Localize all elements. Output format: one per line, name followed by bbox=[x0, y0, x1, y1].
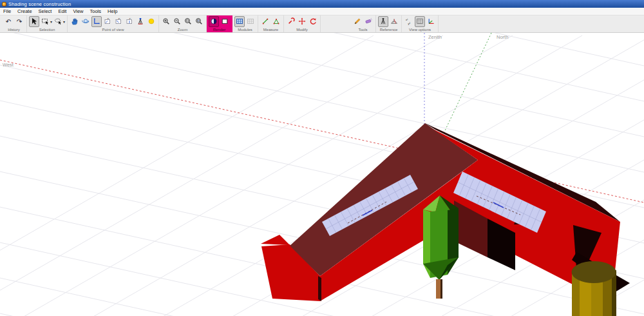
svg-text:y²: y² bbox=[408, 21, 411, 25]
toolbar-group-reference: Reference bbox=[376, 15, 402, 32]
toolbar-group-modify: Modify bbox=[284, 15, 321, 32]
move-cross-icon bbox=[298, 17, 306, 26]
menu-tools[interactable]: Tools bbox=[87, 8, 105, 14]
pan-button[interactable] bbox=[70, 16, 80, 27]
app-icon bbox=[2, 2, 6, 6]
toolbar-group-history: ↶↷History bbox=[1, 15, 27, 32]
zoom-extents-icon bbox=[195, 17, 203, 26]
sun-view-button[interactable] bbox=[146, 16, 156, 27]
zoom-in-button[interactable] bbox=[161, 16, 171, 27]
draw-tool-button[interactable] bbox=[352, 16, 363, 27]
menu-select[interactable]: Select bbox=[35, 8, 55, 14]
toolbar-group-label: Measure bbox=[263, 27, 278, 32]
menu-file[interactable]: File bbox=[0, 8, 14, 14]
view-face3-icon: zˣ bbox=[126, 17, 133, 26]
undo-icon: ↶ bbox=[6, 19, 11, 25]
redo-icon: ↷ bbox=[17, 19, 22, 25]
measure-angle-button[interactable] bbox=[271, 16, 281, 27]
north-axis-label: North bbox=[497, 34, 508, 40]
grid-line bbox=[0, 33, 644, 172]
rotate-object-button[interactable] bbox=[308, 16, 318, 27]
render-wireframe-button[interactable] bbox=[220, 16, 230, 27]
undo-button[interactable]: ↶ bbox=[3, 16, 14, 27]
toolbar-group-label: History bbox=[8, 27, 20, 32]
erase-tool-button[interactable] bbox=[363, 16, 374, 27]
window-title: Shading scene construction bbox=[8, 1, 71, 7]
left-far-roof-slope[interactable] bbox=[261, 235, 290, 245]
lasso-select-button-dropdown[interactable]: ▾ bbox=[63, 19, 65, 24]
menu-help[interactable]: Help bbox=[104, 8, 120, 14]
move-object-button[interactable] bbox=[297, 16, 307, 27]
zoom-window-icon bbox=[184, 17, 192, 26]
zoom-out-button[interactable] bbox=[172, 16, 182, 27]
zenith-axis-label: Zenith bbox=[428, 34, 442, 40]
tree-trunk-shadow bbox=[440, 279, 442, 299]
shaded-sphere-icon bbox=[210, 17, 218, 26]
svg-text:x¹: x¹ bbox=[406, 18, 408, 21]
toolbar-group-tools: Tools bbox=[350, 15, 376, 32]
toolbar-group-label: Tools bbox=[359, 27, 368, 32]
toolbar-group-label: Zoom bbox=[178, 27, 187, 32]
toolbar-group-view-options: x¹y²View options bbox=[402, 15, 439, 32]
view-face2-icon: zʸ bbox=[115, 17, 122, 26]
select-arrow-button[interactable] bbox=[29, 16, 39, 27]
grid-toggle-button[interactable] bbox=[415, 16, 425, 27]
zoom-in-icon bbox=[162, 17, 170, 26]
measure-line-icon bbox=[261, 17, 269, 26]
toolbar-group-modules: Modules bbox=[232, 15, 258, 32]
view-face-icon: xʸ bbox=[104, 17, 111, 26]
world-axes: West Zenith North bbox=[0, 33, 644, 202]
menu-edit[interactable]: Edit bbox=[55, 8, 70, 14]
xy-coords-icon: x¹y² bbox=[405, 17, 413, 26]
scene-3d[interactable]: West Zenith North bbox=[0, 33, 644, 316]
left-corner-shadow bbox=[318, 276, 321, 301]
toolbar-group-render: Render bbox=[207, 15, 232, 32]
reference-point-button[interactable] bbox=[378, 16, 388, 27]
modules-show-button[interactable] bbox=[234, 16, 245, 27]
wrench-icon bbox=[287, 17, 295, 26]
modify-object-button[interactable] bbox=[286, 16, 296, 27]
menu-bar: FileCreateSelectEditViewToolsHelp bbox=[0, 8, 644, 15]
redo-button[interactable]: ↷ bbox=[14, 16, 24, 27]
toolbar-group-measure: Measure bbox=[258, 15, 284, 32]
toolbar-group-label: Render bbox=[213, 27, 226, 32]
view-top-button[interactable]: xʸ bbox=[102, 16, 113, 27]
axes-view-button[interactable] bbox=[91, 16, 102, 27]
measure-distance-button[interactable] bbox=[260, 16, 270, 27]
zoom-window-button[interactable] bbox=[183, 16, 193, 27]
render-shaded-button[interactable] bbox=[209, 16, 219, 27]
scene-viewport[interactable]: West Zenith North bbox=[0, 33, 644, 316]
zoom-extents-button[interactable] bbox=[194, 16, 204, 27]
menu-view[interactable]: View bbox=[70, 8, 86, 14]
tank-top bbox=[572, 261, 616, 283]
zoom-out-icon bbox=[173, 17, 181, 26]
pencil-icon bbox=[354, 17, 361, 26]
coordinates-display-button[interactable]: x¹y² bbox=[404, 16, 414, 27]
orbit-button[interactable] bbox=[80, 16, 91, 27]
app-window: Shading scene construction FileCreateSel… bbox=[0, 0, 644, 316]
reference-compass-button[interactable] bbox=[389, 16, 399, 27]
eraser-icon bbox=[365, 17, 372, 26]
grid-icon bbox=[416, 17, 424, 26]
compass-icon bbox=[390, 17, 398, 26]
view-side-button[interactable]: zˣ bbox=[124, 16, 135, 27]
menu-create[interactable]: Create bbox=[14, 8, 35, 14]
observer-view-button[interactable] bbox=[135, 16, 146, 27]
module-grid-icon bbox=[236, 17, 243, 26]
title-bar[interactable]: Shading scene construction bbox=[0, 0, 644, 8]
toolbar-group-zoom: Zoom bbox=[159, 15, 207, 32]
wireframe-icon bbox=[221, 17, 229, 26]
rgb-axes-icon bbox=[427, 17, 435, 26]
modules-table-button[interactable] bbox=[245, 16, 256, 27]
grid-line bbox=[0, 33, 644, 66]
lasso-select-button[interactable] bbox=[53, 16, 63, 27]
surveyor-tripod-icon bbox=[379, 17, 387, 26]
toolbar: ↶↷History▾▾SelectionxʸzʸzˣPoint of viewZ… bbox=[0, 15, 644, 33]
storage-tank[interactable] bbox=[572, 261, 617, 316]
rect-select-button-dropdown[interactable]: ▾ bbox=[50, 19, 52, 24]
rect-select-button[interactable] bbox=[40, 16, 50, 27]
toolbar-group-label: Selection bbox=[39, 27, 55, 32]
rotate-icon bbox=[309, 17, 317, 26]
view-front-button[interactable]: zʸ bbox=[113, 16, 124, 27]
axes-toggle-button[interactable] bbox=[426, 16, 436, 27]
